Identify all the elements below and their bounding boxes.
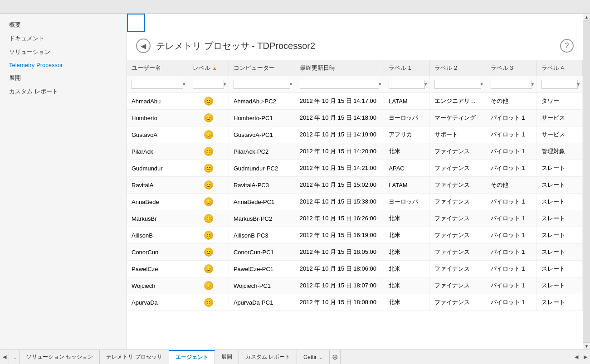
user-level-icon: 😊 [204,164,213,173]
tab-add-button[interactable]: ⊕ [330,350,341,364]
cell-label2: サポート [430,126,486,143]
cell-level: 😊 [188,277,229,294]
table-row[interactable]: AllisonB 😊 AllisonB-PC3 2012 年 10 月 15 日… [127,227,583,244]
sidebar-item-overview[interactable]: 概要 [0,18,127,32]
scroll-down-button[interactable]: ▼ [583,342,590,349]
table-row[interactable]: RavitalA 😊 RavitalA-PC3 2012 年 10 月 15 日… [127,177,583,194]
back-button[interactable]: ◀ [136,39,151,53]
cell-lastupdate: 2012 年 10 月 15 日 16:26:00 [295,210,384,227]
user-level-icon: 😊 [204,97,213,106]
filter-label4[interactable] [536,76,582,93]
col-header-lastupdate[interactable]: 最終更新日時 [295,60,384,76]
selection-checkbox[interactable] [127,14,145,32]
filter-label1-select[interactable] [389,80,425,89]
bottom-tab-bar: ◀ ... ソリューション セッション テレメトリ プロセッサ エージェント 展… [0,349,590,364]
cell-level: 😊 [188,227,229,244]
filter-level-select[interactable] [193,80,224,89]
cell-lastupdate: 2012 年 10 月 15 日 18:07:00 [295,277,384,294]
cell-computer: ApurvaDa-PC1 [229,294,295,311]
filter-label3[interactable] [486,76,536,93]
scroll-track[interactable] [583,21,590,342]
cell-label3: パイロット 1 [486,227,536,244]
filter-label1[interactable] [384,76,430,93]
filter-username-select[interactable] [132,80,183,89]
cell-computer: ConorCun-PC1 [229,244,295,261]
data-table-container[interactable]: ユーザー名 レベル ▲ コンピュータ [127,60,583,349]
cell-label4: スレート [536,177,582,194]
table-row[interactable]: PawelCze 😊 PawelCze-PC1 2012 年 10 月 15 日… [127,261,583,277]
cell-label2: ファイナンス [430,294,486,311]
sidebar-item-deploy[interactable]: 展開 [0,71,127,85]
cell-username: ApurvaDa [127,294,188,311]
table-row[interactable]: GustavoA 😊 GustavoA-PC1 2012 年 10 月 15 日… [127,126,583,143]
cell-level: 😊 [188,160,229,177]
tab-solution-session[interactable]: ソリューション セッション [20,350,100,364]
filter-lastupdate-select[interactable] [300,80,379,89]
sidebar-item-solutions[interactable]: ソリューション [0,45,127,59]
cell-label3: パイロット 1 [486,143,536,160]
tab-gettir[interactable]: Gettir ... [297,350,330,364]
cell-level: 😊 [188,294,229,311]
col-header-computer[interactable]: コンピューター [229,60,295,76]
col-header-label1[interactable]: ラベル 1 [384,60,430,76]
back-icon: ◀ [141,42,146,50]
tab-scroll-right[interactable]: ▶ [581,350,590,364]
cell-label3: パイロット 1 [486,194,536,210]
filter-computer-select[interactable] [234,80,290,89]
cell-level: 😊 [188,93,229,110]
table-row[interactable]: AnnaBede 😊 AnnaBede-PC1 2012 年 10 月 15 日… [127,194,583,210]
table-row[interactable]: ApurvaDa 😊 ApurvaDa-PC1 2012 年 10 月 15 日… [127,294,583,311]
sidebar-item-documents[interactable]: ドキュメント [0,32,127,45]
tab-custom-report[interactable]: カスタム レポート [239,350,297,364]
col-header-label2[interactable]: ラベル 2 [430,60,486,76]
user-level-icon: 😊 [204,264,213,273]
cell-lastupdate: 2012 年 10 月 15 日 14:21:00 [295,160,384,177]
cell-lastupdate: 2012 年 10 月 15 日 15:38:00 [295,194,384,210]
cell-label2: ファイナンス [430,244,486,261]
filter-computer[interactable] [229,76,295,93]
cell-lastupdate: 2012 年 10 月 15 日 14:19:00 [295,126,384,143]
table-row[interactable]: Wojciech 😊 Wojciech-PC1 2012 年 10 月 15 日… [127,277,583,294]
table-row[interactable]: MarkusBr 😊 MarkusBr-PC2 2012 年 10 月 15 日… [127,210,583,227]
right-scrollbar[interactable]: ▲ ▼ [583,14,590,349]
user-level-icon: 😊 [204,281,213,290]
col-header-username[interactable]: ユーザー名 [127,60,188,76]
table-row[interactable]: PilarAck 😊 PilarAck-PC2 2012 年 10 月 15 日… [127,143,583,160]
cell-computer: AhmadAbu-PC2 [229,93,295,110]
cell-label4: タワー [536,93,582,110]
cell-lastupdate: 2012 年 10 月 15 日 18:06:00 [295,261,384,277]
tab-agent[interactable]: エージェント [169,350,215,364]
sidebar-item-telemetry[interactable]: Telemetry Processor [0,59,127,71]
cell-lastupdate: 2012 年 10 月 15 日 14:18:00 [295,110,384,126]
cell-label3: パイロット 1 [486,277,536,294]
tab-nav-prev[interactable]: ◀ [0,350,9,364]
table-row[interactable]: AhmadAbu 😊 AhmadAbu-PC2 2012 年 10 月 15 日… [127,93,583,110]
table-row[interactable]: ConorCun 😊 ConorCun-PC1 2012 年 10 月 15 日… [127,244,583,261]
filter-label2[interactable] [430,76,486,93]
cell-username: AnnaBede [127,194,188,210]
cell-label3: その他 [486,93,536,110]
tab-nav-dots[interactable]: ... [9,350,20,364]
col-header-label4[interactable]: ラベル 4 [536,60,582,76]
filter-label4-select[interactable] [541,80,578,89]
col-header-level[interactable]: レベル ▲ [188,60,229,76]
filter-label3-select[interactable] [491,80,532,89]
tab-scroll-left[interactable]: ◀ [572,350,581,364]
filter-lastupdate[interactable] [295,76,384,93]
col-header-label3[interactable]: ラベル 3 [486,60,536,76]
cell-label2: ファイナンス [430,277,486,294]
scroll-up-button[interactable]: ▲ [583,14,590,21]
table-row[interactable]: Gudmundur 😊 Gudmundur-PC2 2012 年 10 月 15… [127,160,583,177]
cell-computer: Gudmundur-PC2 [229,160,295,177]
sidebar-item-custom-report[interactable]: カスタム レポート [0,85,127,98]
filter-username[interactable] [127,76,188,93]
filter-label2-select[interactable] [434,80,481,89]
filter-level[interactable] [188,76,229,93]
cell-level: 😊 [188,177,229,194]
tab-telemetry-processor[interactable]: テレメトリ プロセッサ [100,350,169,364]
user-level-icon: 😊 [204,197,213,206]
tab-deploy[interactable]: 展開 [215,350,239,364]
help-button[interactable]: ? [560,39,574,53]
table-filter-row [127,76,583,93]
table-row[interactable]: Humberto 😊 Humberto-PC1 2012 年 10 月 15 日… [127,110,583,126]
